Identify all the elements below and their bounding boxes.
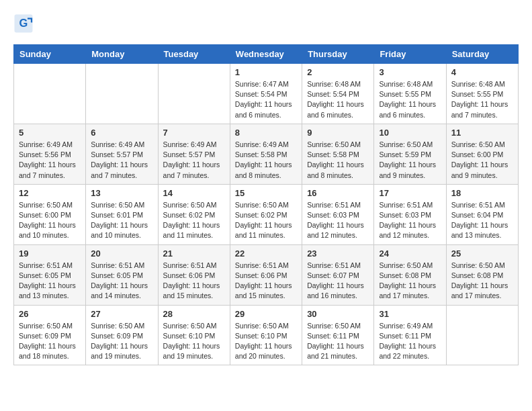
day-info: Sunrise: 6:48 AM Sunset: 5:55 PM Dayligh… [451,79,513,120]
calendar-cell: 18Sunrise: 6:51 AM Sunset: 6:04 PM Dayli… [446,184,518,244]
day-number: 5 [19,128,81,138]
day-number: 1 [235,67,297,77]
calendar-cell: 25Sunrise: 6:50 AM Sunset: 6:08 PM Dayli… [446,244,518,305]
day-info: Sunrise: 6:51 AM Sunset: 6:06 PM Dayligh… [235,261,297,302]
calendar-cell [158,64,230,124]
day-info: Sunrise: 6:50 AM Sunset: 6:10 PM Dayligh… [235,321,297,362]
day-info: Sunrise: 6:50 AM Sunset: 6:00 PM Dayligh… [19,200,81,241]
day-info: Sunrise: 6:49 AM Sunset: 5:58 PM Dayligh… [235,140,297,181]
day-number: 16 [307,188,369,198]
day-number: 7 [163,128,225,138]
day-info: Sunrise: 6:50 AM Sunset: 5:58 PM Dayligh… [307,140,369,181]
calendar-cell: 21Sunrise: 6:51 AM Sunset: 6:06 PM Dayli… [158,244,230,305]
day-number: 21 [163,248,225,259]
day-info: Sunrise: 6:49 AM Sunset: 5:56 PM Dayligh… [19,140,81,181]
calendar-cell: 30Sunrise: 6:50 AM Sunset: 6:11 PM Dayli… [302,305,374,365]
day-number: 11 [451,128,513,138]
calendar-cell: 14Sunrise: 6:50 AM Sunset: 6:02 PM Dayli… [158,184,230,244]
day-number: 19 [19,248,81,259]
weekday-header-monday: Monday [86,45,158,64]
calendar-cell: 24Sunrise: 6:50 AM Sunset: 6:08 PM Dayli… [374,244,446,305]
calendar-cell: 5Sunrise: 6:49 AM Sunset: 5:56 PM Daylig… [14,124,86,184]
calendar-cell: 27Sunrise: 6:50 AM Sunset: 6:09 PM Dayli… [86,305,158,365]
day-number: 9 [307,128,369,138]
day-number: 25 [451,248,513,259]
week-row-4: 19Sunrise: 6:51 AM Sunset: 6:05 PM Dayli… [14,244,519,305]
weekday-header-wednesday: Wednesday [230,45,302,64]
day-info: Sunrise: 6:50 AM Sunset: 6:11 PM Dayligh… [307,321,369,362]
day-number: 30 [307,309,369,319]
calendar-cell: 19Sunrise: 6:51 AM Sunset: 6:05 PM Dayli… [14,244,86,305]
day-info: Sunrise: 6:49 AM Sunset: 5:57 PM Dayligh… [91,140,152,181]
weekday-header-tuesday: Tuesday [158,45,230,64]
day-number: 18 [451,188,513,198]
day-info: Sunrise: 6:51 AM Sunset: 6:03 PM Dayligh… [307,200,369,241]
calendar-cell: 26Sunrise: 6:50 AM Sunset: 6:09 PM Dayli… [14,305,86,365]
weekday-header-sunday: Sunday [14,45,86,64]
calendar-cell: 10Sunrise: 6:50 AM Sunset: 5:59 PM Dayli… [374,124,446,184]
week-row-2: 5Sunrise: 6:49 AM Sunset: 5:56 PM Daylig… [14,124,519,184]
week-row-1: 1Sunrise: 6:47 AM Sunset: 5:54 PM Daylig… [14,64,519,124]
day-info: Sunrise: 6:49 AM Sunset: 6:11 PM Dayligh… [379,321,441,362]
calendar-cell: 23Sunrise: 6:51 AM Sunset: 6:07 PM Dayli… [302,244,374,305]
calendar-cell: 11Sunrise: 6:50 AM Sunset: 6:00 PM Dayli… [446,124,518,184]
logo-icon: G [13,13,34,34]
header: G [13,13,519,34]
day-info: Sunrise: 6:51 AM Sunset: 6:05 PM Dayligh… [91,261,152,302]
calendar-cell: 31Sunrise: 6:49 AM Sunset: 6:11 PM Dayli… [374,305,446,365]
weekday-header-thursday: Thursday [302,45,374,64]
svg-text:G: G [19,17,28,29]
day-info: Sunrise: 6:50 AM Sunset: 6:01 PM Dayligh… [91,200,152,241]
calendar-cell: 13Sunrise: 6:50 AM Sunset: 6:01 PM Dayli… [86,184,158,244]
calendar-cell: 22Sunrise: 6:51 AM Sunset: 6:06 PM Dayli… [230,244,302,305]
day-info: Sunrise: 6:50 AM Sunset: 6:10 PM Dayligh… [163,321,225,362]
day-number: 20 [91,248,152,259]
day-info: Sunrise: 6:50 AM Sunset: 6:08 PM Dayligh… [379,261,441,302]
day-number: 23 [307,248,369,259]
calendar-cell: 1Sunrise: 6:47 AM Sunset: 5:54 PM Daylig… [230,64,302,124]
day-number: 13 [91,188,152,198]
day-info: Sunrise: 6:50 AM Sunset: 6:02 PM Dayligh… [163,200,225,241]
day-number: 27 [91,309,152,319]
day-number: 29 [235,309,297,319]
calendar-table: SundayMondayTuesdayWednesdayThursdayFrid… [13,44,519,365]
day-number: 26 [19,309,81,319]
calendar-cell: 4Sunrise: 6:48 AM Sunset: 5:55 PM Daylig… [446,64,518,124]
calendar-cell: 7Sunrise: 6:49 AM Sunset: 5:57 PM Daylig… [158,124,230,184]
week-row-5: 26Sunrise: 6:50 AM Sunset: 6:09 PM Dayli… [14,305,519,365]
calendar-cell [86,64,158,124]
day-info: Sunrise: 6:50 AM Sunset: 6:00 PM Dayligh… [451,140,513,181]
calendar-cell [446,305,518,365]
day-info: Sunrise: 6:51 AM Sunset: 6:07 PM Dayligh… [307,261,369,302]
weekday-header-saturday: Saturday [446,45,518,64]
weekday-header-friday: Friday [374,45,446,64]
calendar-cell: 2Sunrise: 6:48 AM Sunset: 5:54 PM Daylig… [302,64,374,124]
day-number: 6 [91,128,152,138]
day-info: Sunrise: 6:50 AM Sunset: 6:08 PM Dayligh… [451,261,513,302]
calendar-cell: 29Sunrise: 6:50 AM Sunset: 6:10 PM Dayli… [230,305,302,365]
day-info: Sunrise: 6:50 AM Sunset: 5:59 PM Dayligh… [379,140,441,181]
calendar-cell: 9Sunrise: 6:50 AM Sunset: 5:58 PM Daylig… [302,124,374,184]
day-number: 17 [379,188,441,198]
day-info: Sunrise: 6:51 AM Sunset: 6:05 PM Dayligh… [19,261,81,302]
day-info: Sunrise: 6:49 AM Sunset: 5:57 PM Dayligh… [163,140,225,181]
week-row-3: 12Sunrise: 6:50 AM Sunset: 6:00 PM Dayli… [14,184,519,244]
day-info: Sunrise: 6:51 AM Sunset: 6:03 PM Dayligh… [379,200,441,241]
day-info: Sunrise: 6:47 AM Sunset: 5:54 PM Dayligh… [235,79,297,120]
day-info: Sunrise: 6:50 AM Sunset: 6:09 PM Dayligh… [19,321,81,362]
calendar-cell: 6Sunrise: 6:49 AM Sunset: 5:57 PM Daylig… [86,124,158,184]
day-number: 22 [235,248,297,259]
calendar-cell: 3Sunrise: 6:48 AM Sunset: 5:55 PM Daylig… [374,64,446,124]
day-info: Sunrise: 6:50 AM Sunset: 6:09 PM Dayligh… [91,321,152,362]
calendar-cell: 12Sunrise: 6:50 AM Sunset: 6:00 PM Dayli… [14,184,86,244]
day-info: Sunrise: 6:50 AM Sunset: 6:02 PM Dayligh… [235,200,297,241]
calendar-cell: 17Sunrise: 6:51 AM Sunset: 6:03 PM Dayli… [374,184,446,244]
day-number: 28 [163,309,225,319]
day-info: Sunrise: 6:48 AM Sunset: 5:55 PM Dayligh… [379,79,441,120]
day-number: 14 [163,188,225,198]
calendar-cell: 8Sunrise: 6:49 AM Sunset: 5:58 PM Daylig… [230,124,302,184]
day-info: Sunrise: 6:51 AM Sunset: 6:04 PM Dayligh… [451,200,513,241]
day-number: 2 [307,67,369,77]
calendar-cell: 16Sunrise: 6:51 AM Sunset: 6:03 PM Dayli… [302,184,374,244]
day-number: 12 [19,188,81,198]
